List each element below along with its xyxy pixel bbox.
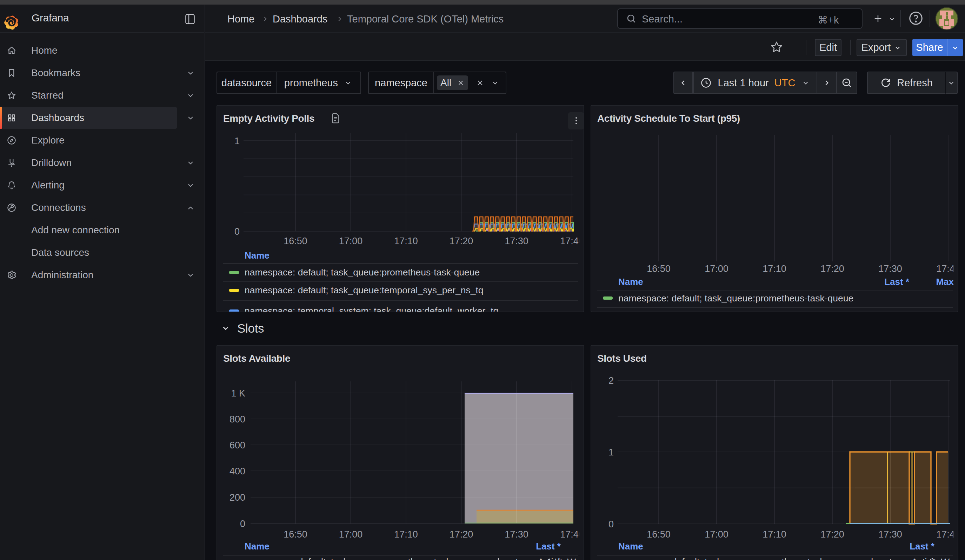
svg-text:17:30: 17:30 <box>878 263 902 274</box>
svg-text:17:00: 17:00 <box>339 236 363 247</box>
svg-text:17:30: 17:30 <box>878 529 902 540</box>
svg-text:17:40: 17:40 <box>936 529 954 540</box>
svg-text:16:50: 16:50 <box>283 236 307 247</box>
svg-text:17:20: 17:20 <box>820 529 844 540</box>
svg-text:17:00: 17:00 <box>705 263 728 274</box>
svg-text:600: 600 <box>229 440 245 451</box>
svg-text:17:20: 17:20 <box>450 236 473 247</box>
svg-text:17:10: 17:10 <box>394 529 418 540</box>
svg-text:1: 1 <box>608 447 614 457</box>
svg-text:1 K: 1 K <box>231 388 245 398</box>
svg-text:200: 200 <box>229 492 245 503</box>
svg-text:17:40: 17:40 <box>936 263 954 274</box>
svg-text:17:00: 17:00 <box>705 529 728 540</box>
svg-text:17:20: 17:20 <box>450 529 473 540</box>
svg-text:1: 1 <box>234 136 240 146</box>
svg-text:17:30: 17:30 <box>505 529 528 540</box>
svg-text:17:10: 17:10 <box>762 529 787 540</box>
svg-text:17:10: 17:10 <box>394 236 418 247</box>
svg-text:0: 0 <box>234 226 240 237</box>
svg-text:400: 400 <box>229 466 245 477</box>
svg-text:2: 2 <box>608 376 614 386</box>
svg-text:17:00: 17:00 <box>339 529 363 540</box>
svg-text:16:50: 16:50 <box>283 529 307 540</box>
svg-text:17:30: 17:30 <box>505 236 528 247</box>
svg-text:16:50: 16:50 <box>647 529 671 540</box>
svg-text:800: 800 <box>229 414 245 424</box>
svg-text:17:40: 17:40 <box>560 236 579 247</box>
svg-text:16:50: 16:50 <box>647 263 671 274</box>
svg-text:17:20: 17:20 <box>820 263 844 274</box>
svg-text:17:10: 17:10 <box>762 263 787 274</box>
svg-text:0: 0 <box>608 519 614 529</box>
svg-text:17:40: 17:40 <box>560 529 579 540</box>
svg-text:0: 0 <box>240 519 245 529</box>
